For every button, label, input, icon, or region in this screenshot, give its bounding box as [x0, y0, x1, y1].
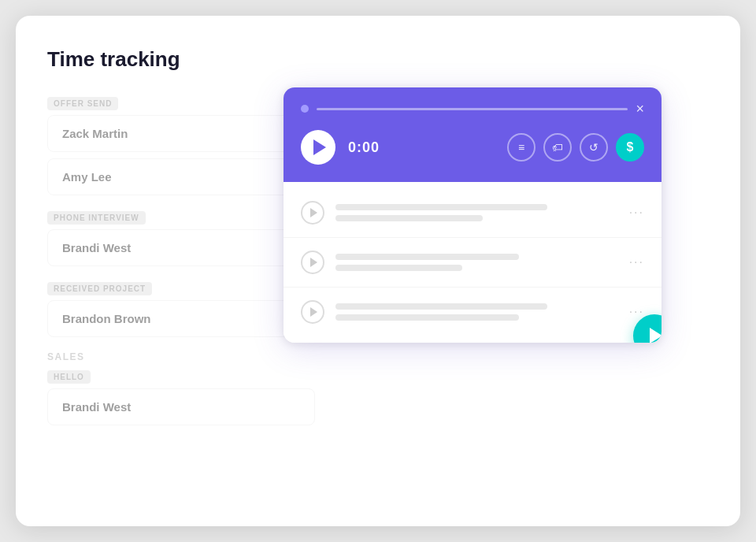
- track-2-play-button[interactable]: [301, 251, 324, 274]
- progress-bar-row: ×: [301, 102, 644, 116]
- stage-badge-sales-hello: HELLO: [47, 370, 91, 384]
- track-1-info: [335, 204, 618, 221]
- track-1-subtitle-bar: [335, 215, 483, 221]
- tag-icon: 🏷: [552, 141, 563, 154]
- track-1-play-icon: [310, 208, 317, 217]
- history-icon-button[interactable]: ↺: [580, 133, 608, 161]
- track-3-play-button[interactable]: [301, 300, 324, 324]
- left-panel: OFFER SEND Zack Martin Amy Lee PHONE INT…: [47, 95, 315, 440]
- candidate-zack-martin[interactable]: Zack Martin: [47, 115, 315, 152]
- candidate-amy-lee[interactable]: Amy Lee: [47, 158, 315, 195]
- stage-badge-offer-send: OFFER SEND: [47, 97, 118, 110]
- dollar-icon-button[interactable]: $: [616, 133, 644, 161]
- track-3-info: [335, 303, 618, 321]
- stage-group-offer-send: OFFER SEND Zack Martin Amy Lee: [47, 95, 315, 195]
- track-1-title-bar: [335, 204, 547, 210]
- content-area: OFFER SEND Zack Martin Amy Lee PHONE INT…: [47, 95, 709, 440]
- track-3-play-icon: [310, 307, 317, 317]
- track-2-more-button[interactable]: ···: [629, 255, 644, 269]
- track-2-title-bar: [335, 254, 519, 260]
- stage-badge-received-project: RECEIVED PROJECT: [47, 282, 152, 295]
- progress-dot: [301, 105, 309, 113]
- track-2-play-icon: [310, 258, 317, 267]
- floating-play-icon: [650, 328, 662, 343]
- stage-group-phone-interview: PHONE INTERVIEW Brandi West: [47, 210, 315, 266]
- player-header: × 0:00 ≡ 🏷 ↺: [284, 87, 662, 182]
- stage-group-sales: HELLO Brandi West: [47, 369, 315, 425]
- main-card: Time tracking OFFER SEND Zack Martin Amy…: [16, 16, 740, 526]
- dollar-icon: $: [627, 140, 634, 154]
- candidate-brandon-brown[interactable]: Brandon Brown: [47, 300, 315, 337]
- track-item-2: ···: [284, 238, 662, 288]
- track-1-more-button[interactable]: ···: [629, 206, 644, 220]
- page-title: Time tracking: [47, 47, 709, 72]
- sales-label: SALES: [47, 351, 315, 362]
- track-3-subtitle-bar: [335, 314, 519, 321]
- close-button[interactable]: ×: [636, 102, 644, 116]
- track-3-more-button[interactable]: ···: [629, 305, 644, 319]
- notes-icon-button[interactable]: ≡: [507, 133, 536, 161]
- player-card: × 0:00 ≡ 🏷 ↺: [284, 87, 662, 343]
- candidate-brandi-west-1[interactable]: Brandi West: [47, 229, 315, 266]
- stage-group-received-project: RECEIVED PROJECT Brandon Brown: [47, 280, 315, 337]
- time-display: 0:00: [348, 139, 495, 156]
- track-item-3: ···: [284, 288, 662, 336]
- track-2-info: [335, 254, 618, 271]
- notes-icon: ≡: [518, 141, 524, 154]
- stage-badge-phone-interview: PHONE INTERVIEW: [47, 211, 146, 225]
- track-2-subtitle-bar: [335, 265, 462, 271]
- track-3-title-bar: [335, 303, 547, 310]
- history-icon: ↺: [589, 141, 598, 154]
- main-play-button[interactable]: [301, 130, 335, 165]
- track-1-play-button[interactable]: [301, 201, 324, 225]
- progress-track[interactable]: [317, 108, 628, 110]
- player-controls-row: 0:00 ≡ 🏷 ↺ $: [301, 130, 644, 165]
- candidate-brandi-west-2[interactable]: Brandi West: [47, 388, 315, 425]
- track-list: ··· ···: [284, 182, 662, 343]
- play-icon: [313, 139, 326, 155]
- action-icons: ≡ 🏷 ↺ $: [507, 133, 644, 161]
- track-item-1: ···: [284, 188, 662, 238]
- tag-icon-button[interactable]: 🏷: [543, 133, 572, 161]
